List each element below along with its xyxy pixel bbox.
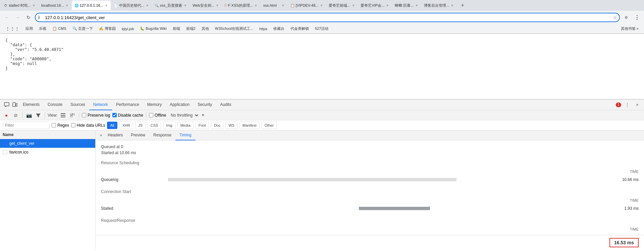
bookmark-4[interactable]: 🔍 百度一下 bbox=[70, 25, 96, 33]
subtab-close-button[interactable]: × bbox=[98, 133, 104, 138]
bookmark-14[interactable]: 代金券解锁 bbox=[288, 25, 312, 33]
bookmark-apps-icon[interactable]: ⋮⋮⋮ bbox=[3, 25, 22, 33]
devtools-tab-security[interactable]: Security bbox=[194, 100, 216, 110]
filter-btn-xhr[interactable]: XHR bbox=[119, 122, 133, 129]
stop-button[interactable]: ⊘ bbox=[12, 112, 19, 119]
browser-tab-1[interactable]: ⏱ stalled 时吃... × bbox=[1, 1, 38, 10]
filter-btn-doc[interactable]: Doc bbox=[211, 122, 224, 129]
devtools-tab-network[interactable]: Network bbox=[89, 100, 112, 110]
tab-close-9[interactable]: × bbox=[320, 3, 323, 8]
filter-btn-other[interactable]: Other bbox=[262, 122, 277, 129]
subtab-timing[interactable]: Timing bbox=[175, 130, 196, 140]
refresh-button[interactable]: ↻ bbox=[24, 13, 33, 22]
bookmark-3[interactable]: 📋 CMS bbox=[50, 25, 69, 33]
filter-input[interactable] bbox=[3, 122, 50, 129]
tab-close-8[interactable]: × bbox=[281, 3, 285, 8]
tab-close-4[interactable]: × bbox=[146, 3, 149, 8]
hide-data-input[interactable] bbox=[71, 123, 75, 127]
back-button[interactable]: ← bbox=[3, 13, 11, 22]
filter-btn-media[interactable]: Media bbox=[177, 122, 194, 129]
tab-close-11[interactable]: × bbox=[386, 3, 389, 8]
tab-close-13[interactable]: × bbox=[450, 3, 454, 8]
menu-button[interactable]: ⋮ bbox=[633, 13, 641, 22]
browser-tab-6[interactable]: Web安全则... × bbox=[190, 1, 221, 10]
subtab-response[interactable]: Response bbox=[149, 130, 175, 140]
filter-btn-css[interactable]: CSS bbox=[148, 122, 161, 129]
browser-tab-3[interactable]: 🌐 127.0.0.1:16... × bbox=[72, 1, 111, 10]
tab-close-3[interactable]: × bbox=[105, 3, 108, 8]
preserve-log-input[interactable] bbox=[82, 113, 86, 117]
bookmark-5[interactable]: ✍ 博客园 bbox=[96, 25, 118, 33]
file-item-2[interactable]: favicon.ico bbox=[0, 148, 95, 156]
tab-close-5[interactable]: × bbox=[183, 3, 187, 8]
devtools-tab-console[interactable]: Console bbox=[44, 100, 66, 110]
browser-tab-4[interactable]: 📄 中国历史朝代... × bbox=[111, 1, 152, 10]
subtab-preview[interactable]: Preview bbox=[127, 130, 149, 140]
address-input[interactable] bbox=[35, 13, 620, 22]
bookmark-star-icon[interactable]: ☆ bbox=[613, 15, 617, 20]
offline-input[interactable] bbox=[149, 113, 153, 117]
bookmark-2[interactable]: 乐视 bbox=[36, 25, 49, 33]
browser-tab-8[interactable]: xss.html × bbox=[261, 1, 287, 10]
bookmark-12[interactable]: https bbox=[257, 25, 270, 33]
browser-tab-5[interactable]: 🔍 xss_百度搜索 × bbox=[152, 1, 190, 10]
browser-tab-7[interactable]: F F XSS的原理... × bbox=[222, 1, 260, 10]
browser-tab-13[interactable]: 博客后台管理... × bbox=[421, 1, 457, 10]
new-tab-button[interactable]: + bbox=[458, 1, 467, 10]
bookmark-15[interactable]: 527活动 bbox=[312, 25, 331, 33]
regex-checkbox[interactable]: Regex bbox=[52, 123, 69, 128]
devtools-tab-sources[interactable]: Sources bbox=[66, 100, 89, 110]
bookmark-1[interactable]: 应用 bbox=[23, 25, 36, 33]
hide-data-checkbox[interactable]: Hide data URLs bbox=[71, 123, 105, 128]
forward-button[interactable]: → bbox=[13, 13, 22, 22]
filter-btn-font[interactable]: Font bbox=[196, 122, 209, 129]
browser-tab-12[interactable]: 蟑螂 巨幕... × bbox=[392, 1, 421, 10]
record-button[interactable]: ● bbox=[3, 112, 10, 119]
filter-btn-img[interactable]: Img bbox=[163, 122, 175, 129]
bookmark-7[interactable]: 🐛 Bugzilla Wiki bbox=[137, 25, 169, 33]
bookmark-6[interactable]: iqiyi.job bbox=[119, 25, 137, 33]
filter-btn-js[interactable]: JS bbox=[135, 122, 146, 129]
subtab-headers[interactable]: Headers bbox=[104, 130, 127, 140]
browser-tab-9[interactable]: 📋 [VIPDEV-48... × bbox=[288, 1, 326, 10]
devtools-tab-application[interactable]: Application bbox=[166, 100, 194, 110]
devtools-tab-memory[interactable]: Memory bbox=[143, 100, 166, 110]
devtools-tab-audits[interactable]: Audits bbox=[216, 100, 235, 110]
tree-view-button[interactable] bbox=[69, 112, 76, 119]
filter-btn-ws[interactable]: WS bbox=[225, 122, 237, 129]
tab-close-2[interactable]: × bbox=[65, 3, 69, 8]
browser-tab-10[interactable]: 爱奇艺前端... × bbox=[326, 1, 358, 10]
disable-cache-input[interactable] bbox=[112, 113, 117, 117]
browser-tab-2[interactable]: localhost:16... × bbox=[39, 1, 71, 10]
camera-button[interactable]: 📷 bbox=[25, 112, 33, 119]
bookmark-other[interactable]: 其他书签 » bbox=[618, 25, 641, 33]
tab-close-7[interactable]: × bbox=[254, 3, 258, 8]
list-view-button[interactable] bbox=[59, 112, 67, 119]
preserve-log-checkbox[interactable]: Preserve log bbox=[82, 113, 110, 118]
tab-close-10[interactable]: × bbox=[352, 3, 355, 8]
bookmark-8[interactable]: 前端 bbox=[170, 25, 183, 33]
browser-tab-11[interactable]: 爱奇艺VIP会... × bbox=[358, 1, 392, 10]
bookmark-9[interactable]: 前端2 bbox=[183, 25, 198, 33]
file-item-1[interactable]: get_client_ver bbox=[0, 139, 95, 148]
bookmark-11[interactable]: W3School在线测试工... bbox=[212, 25, 256, 33]
devtools-tab-elements[interactable]: Elements bbox=[19, 100, 44, 110]
throttle-select[interactable]: No throttling bbox=[168, 113, 199, 118]
devtools-more-button[interactable]: ⋮ bbox=[623, 101, 631, 109]
extensions-button[interactable]: ⚙ bbox=[622, 13, 631, 22]
bookmark-13[interactable]: 收藏台 bbox=[271, 25, 287, 33]
devtools-tab-performance[interactable]: Performance bbox=[112, 100, 143, 110]
filter-button[interactable] bbox=[35, 112, 42, 119]
tab-close-1[interactable]: × bbox=[32, 3, 36, 8]
filter-btn-all[interactable]: All bbox=[107, 122, 117, 129]
offline-checkbox[interactable]: Offline bbox=[149, 113, 166, 118]
tab-close-12[interactable]: × bbox=[415, 3, 418, 8]
devtools-device-button[interactable] bbox=[11, 101, 19, 109]
devtools-close-button[interactable]: × bbox=[633, 101, 641, 109]
disable-cache-checkbox[interactable]: Disable cache bbox=[112, 113, 143, 118]
bookmark-10[interactable]: 其他 bbox=[199, 25, 212, 33]
filter-btn-manifest[interactable]: Manifest bbox=[239, 122, 260, 129]
devtools-inspect-button[interactable] bbox=[3, 101, 11, 109]
regex-input[interactable] bbox=[52, 123, 56, 127]
tab-close-6[interactable]: × bbox=[216, 3, 219, 8]
